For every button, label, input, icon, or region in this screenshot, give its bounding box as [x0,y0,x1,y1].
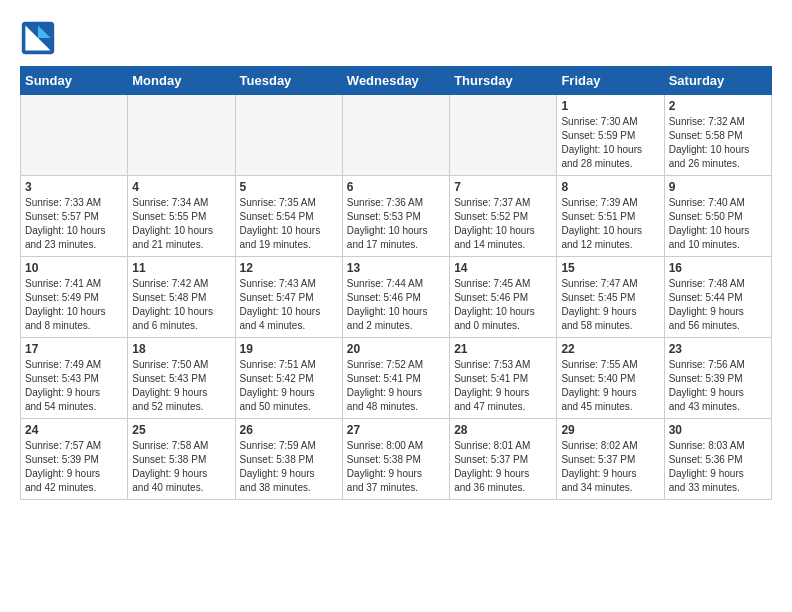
day-info: Sunrise: 7:47 AM Sunset: 5:45 PM Dayligh… [561,277,659,333]
calendar-cell: 23Sunrise: 7:56 AM Sunset: 5:39 PM Dayli… [664,338,771,419]
calendar-cell [450,95,557,176]
day-info: Sunrise: 7:39 AM Sunset: 5:51 PM Dayligh… [561,196,659,252]
calendar-cell: 17Sunrise: 7:49 AM Sunset: 5:43 PM Dayli… [21,338,128,419]
day-number: 8 [561,180,659,194]
day-number: 3 [25,180,123,194]
day-info: Sunrise: 7:58 AM Sunset: 5:38 PM Dayligh… [132,439,230,495]
day-number: 22 [561,342,659,356]
day-number: 7 [454,180,552,194]
day-info: Sunrise: 7:30 AM Sunset: 5:59 PM Dayligh… [561,115,659,171]
calendar-cell [128,95,235,176]
day-info: Sunrise: 7:55 AM Sunset: 5:40 PM Dayligh… [561,358,659,414]
day-number: 2 [669,99,767,113]
logo [20,20,62,56]
day-number: 30 [669,423,767,437]
day-number: 16 [669,261,767,275]
calendar-cell: 1Sunrise: 7:30 AM Sunset: 5:59 PM Daylig… [557,95,664,176]
day-info: Sunrise: 7:32 AM Sunset: 5:58 PM Dayligh… [669,115,767,171]
day-number: 27 [347,423,445,437]
day-number: 6 [347,180,445,194]
day-info: Sunrise: 7:59 AM Sunset: 5:38 PM Dayligh… [240,439,338,495]
day-info: Sunrise: 8:02 AM Sunset: 5:37 PM Dayligh… [561,439,659,495]
calendar-cell: 27Sunrise: 8:00 AM Sunset: 5:38 PM Dayli… [342,419,449,500]
calendar-cell: 11Sunrise: 7:42 AM Sunset: 5:48 PM Dayli… [128,257,235,338]
day-number: 10 [25,261,123,275]
day-info: Sunrise: 7:51 AM Sunset: 5:42 PM Dayligh… [240,358,338,414]
day-info: Sunrise: 7:41 AM Sunset: 5:49 PM Dayligh… [25,277,123,333]
calendar-cell: 21Sunrise: 7:53 AM Sunset: 5:41 PM Dayli… [450,338,557,419]
day-number: 24 [25,423,123,437]
day-number: 28 [454,423,552,437]
calendar-week-row: 24Sunrise: 7:57 AM Sunset: 5:39 PM Dayli… [21,419,772,500]
calendar-cell: 10Sunrise: 7:41 AM Sunset: 5:49 PM Dayli… [21,257,128,338]
calendar-cell: 20Sunrise: 7:52 AM Sunset: 5:41 PM Dayli… [342,338,449,419]
day-info: Sunrise: 7:48 AM Sunset: 5:44 PM Dayligh… [669,277,767,333]
calendar-cell: 15Sunrise: 7:47 AM Sunset: 5:45 PM Dayli… [557,257,664,338]
calendar-cell: 25Sunrise: 7:58 AM Sunset: 5:38 PM Dayli… [128,419,235,500]
day-number: 20 [347,342,445,356]
day-info: Sunrise: 7:50 AM Sunset: 5:43 PM Dayligh… [132,358,230,414]
calendar-cell: 28Sunrise: 8:01 AM Sunset: 5:37 PM Dayli… [450,419,557,500]
weekday-header: Wednesday [342,67,449,95]
calendar-cell: 16Sunrise: 7:48 AM Sunset: 5:44 PM Dayli… [664,257,771,338]
weekday-header: Monday [128,67,235,95]
logo-icon [20,20,56,56]
weekday-header: Thursday [450,67,557,95]
weekday-header: Sunday [21,67,128,95]
day-number: 25 [132,423,230,437]
day-info: Sunrise: 7:49 AM Sunset: 5:43 PM Dayligh… [25,358,123,414]
day-number: 5 [240,180,338,194]
day-info: Sunrise: 7:34 AM Sunset: 5:55 PM Dayligh… [132,196,230,252]
calendar-week-row: 10Sunrise: 7:41 AM Sunset: 5:49 PM Dayli… [21,257,772,338]
calendar-cell: 24Sunrise: 7:57 AM Sunset: 5:39 PM Dayli… [21,419,128,500]
day-info: Sunrise: 8:03 AM Sunset: 5:36 PM Dayligh… [669,439,767,495]
day-number: 9 [669,180,767,194]
day-info: Sunrise: 7:40 AM Sunset: 5:50 PM Dayligh… [669,196,767,252]
calendar-cell: 4Sunrise: 7:34 AM Sunset: 5:55 PM Daylig… [128,176,235,257]
calendar-cell: 19Sunrise: 7:51 AM Sunset: 5:42 PM Dayli… [235,338,342,419]
day-info: Sunrise: 7:42 AM Sunset: 5:48 PM Dayligh… [132,277,230,333]
day-info: Sunrise: 7:53 AM Sunset: 5:41 PM Dayligh… [454,358,552,414]
calendar-cell: 22Sunrise: 7:55 AM Sunset: 5:40 PM Dayli… [557,338,664,419]
day-number: 11 [132,261,230,275]
calendar-cell: 29Sunrise: 8:02 AM Sunset: 5:37 PM Dayli… [557,419,664,500]
calendar-cell: 3Sunrise: 7:33 AM Sunset: 5:57 PM Daylig… [21,176,128,257]
day-number: 18 [132,342,230,356]
calendar-cell: 26Sunrise: 7:59 AM Sunset: 5:38 PM Dayli… [235,419,342,500]
day-info: Sunrise: 7:37 AM Sunset: 5:52 PM Dayligh… [454,196,552,252]
calendar-cell: 9Sunrise: 7:40 AM Sunset: 5:50 PM Daylig… [664,176,771,257]
calendar-cell [342,95,449,176]
calendar-cell: 5Sunrise: 7:35 AM Sunset: 5:54 PM Daylig… [235,176,342,257]
calendar-cell: 2Sunrise: 7:32 AM Sunset: 5:58 PM Daylig… [664,95,771,176]
calendar-cell: 12Sunrise: 7:43 AM Sunset: 5:47 PM Dayli… [235,257,342,338]
day-number: 12 [240,261,338,275]
day-info: Sunrise: 8:01 AM Sunset: 5:37 PM Dayligh… [454,439,552,495]
day-info: Sunrise: 7:45 AM Sunset: 5:46 PM Dayligh… [454,277,552,333]
day-info: Sunrise: 7:56 AM Sunset: 5:39 PM Dayligh… [669,358,767,414]
calendar: SundayMondayTuesdayWednesdayThursdayFrid… [20,66,772,500]
day-number: 13 [347,261,445,275]
day-info: Sunrise: 7:36 AM Sunset: 5:53 PM Dayligh… [347,196,445,252]
day-info: Sunrise: 7:33 AM Sunset: 5:57 PM Dayligh… [25,196,123,252]
day-number: 29 [561,423,659,437]
calendar-week-row: 1Sunrise: 7:30 AM Sunset: 5:59 PM Daylig… [21,95,772,176]
day-info: Sunrise: 7:43 AM Sunset: 5:47 PM Dayligh… [240,277,338,333]
calendar-week-row: 17Sunrise: 7:49 AM Sunset: 5:43 PM Dayli… [21,338,772,419]
day-number: 19 [240,342,338,356]
day-info: Sunrise: 7:52 AM Sunset: 5:41 PM Dayligh… [347,358,445,414]
day-info: Sunrise: 7:35 AM Sunset: 5:54 PM Dayligh… [240,196,338,252]
day-number: 15 [561,261,659,275]
calendar-week-row: 3Sunrise: 7:33 AM Sunset: 5:57 PM Daylig… [21,176,772,257]
day-number: 23 [669,342,767,356]
calendar-cell: 7Sunrise: 7:37 AM Sunset: 5:52 PM Daylig… [450,176,557,257]
day-number: 14 [454,261,552,275]
day-info: Sunrise: 7:44 AM Sunset: 5:46 PM Dayligh… [347,277,445,333]
day-info: Sunrise: 8:00 AM Sunset: 5:38 PM Dayligh… [347,439,445,495]
day-number: 26 [240,423,338,437]
weekday-header: Friday [557,67,664,95]
calendar-cell: 13Sunrise: 7:44 AM Sunset: 5:46 PM Dayli… [342,257,449,338]
weekday-header: Saturday [664,67,771,95]
calendar-cell: 6Sunrise: 7:36 AM Sunset: 5:53 PM Daylig… [342,176,449,257]
calendar-cell: 18Sunrise: 7:50 AM Sunset: 5:43 PM Dayli… [128,338,235,419]
day-number: 1 [561,99,659,113]
